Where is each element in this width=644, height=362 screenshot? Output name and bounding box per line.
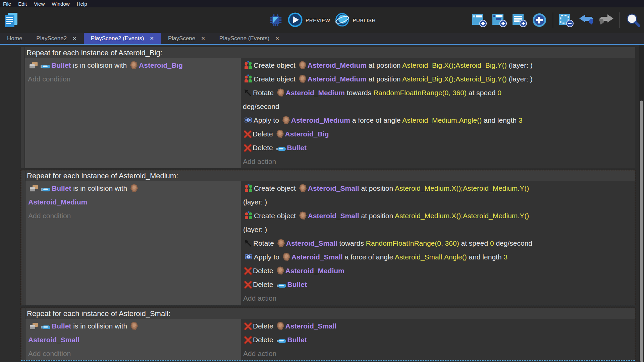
text-segment: and length: [467, 253, 504, 261]
expression: Asteroid_Big.X();Asteroid_Big.Y(): [402, 75, 507, 83]
action-row[interactable]: Create object Asteroid_Small at position…: [243, 181, 635, 209]
publish-button[interactable]: PUBLISH: [335, 12, 376, 28]
create-object-icon: [244, 58, 253, 72]
asteroid-icon: [282, 250, 290, 264]
clear-selection-button[interactable]: [558, 12, 575, 28]
text-segment: Rotate: [253, 239, 276, 247]
event-drag-rail[interactable]: [21, 308, 25, 360]
toolbar-separator: [620, 12, 620, 28]
object-reference: Asteroid_Big: [139, 61, 183, 69]
add-subevent-button[interactable]: [491, 12, 508, 28]
events-sheet: Repeat for each instance of Asteroid_Big…: [0, 45, 644, 362]
tab-close-icon[interactable]: ✕: [72, 36, 77, 42]
event-header[interactable]: Repeat for each instance of Asteroid_Big…: [25, 47, 635, 58]
add-action-button[interactable]: Add action: [243, 347, 635, 360]
text-segment: Create object: [254, 212, 298, 220]
condition-row[interactable]: Bullet is in collision with Asteroid_Big: [28, 58, 241, 72]
asteroid-icon: [299, 58, 307, 72]
scrollbar-thumb[interactable]: [640, 101, 643, 362]
object-reference: Asteroid_Medium: [291, 116, 350, 124]
asteroid-icon: [276, 264, 284, 278]
action-row[interactable]: Rotate Asteroid_Small towards RandomFloa…: [243, 236, 635, 250]
asteroid-icon: [276, 127, 284, 141]
delete-icon: [244, 333, 252, 347]
event-block[interactable]: Repeat for each instance of Asteroid_Big…: [21, 47, 635, 168]
text-segment: at position: [359, 212, 395, 220]
asteroid-icon: [276, 319, 284, 333]
action-row[interactable]: Delete Asteroid_Big: [243, 127, 635, 141]
publish-label: PUBLISH: [353, 17, 376, 23]
add-condition-button[interactable]: Add condition: [28, 347, 241, 360]
object-reference: Bullet: [287, 336, 307, 344]
actions-panel: Create object Asteroid_Small at position…: [241, 181, 635, 305]
tab-playscene2-events[interactable]: PlayScene2 (Events) ✕: [84, 33, 161, 44]
add-comment-button[interactable]: [511, 12, 528, 28]
add-event-button[interactable]: [471, 12, 488, 28]
search-button[interactable]: [625, 12, 641, 28]
add-other-event-button[interactable]: [531, 12, 548, 28]
tab-playscene-events[interactable]: PlayScene (Events) ✕: [212, 33, 286, 44]
tab-home[interactable]: Home: [0, 33, 29, 44]
add-condition-button[interactable]: Add condition: [28, 209, 241, 223]
action-row[interactable]: Apply to Asteroid_Small a force of angle…: [243, 250, 635, 264]
expression: Asteroid_Medium.X();Asteroid_Medium.Y(): [395, 184, 529, 192]
tab-playscene[interactable]: PlayScene ✕: [161, 33, 212, 44]
menu-item-view[interactable]: View: [34, 1, 45, 7]
undo-button[interactable]: [578, 12, 595, 28]
action-row[interactable]: Apply to Asteroid_Medium a force of angl…: [243, 113, 635, 127]
collision-icon: [29, 181, 39, 195]
redo-button[interactable]: [598, 12, 615, 28]
action-row[interactable]: Create object Asteroid_Medium at positio…: [243, 58, 635, 72]
delete-icon: [244, 278, 252, 291]
action-row[interactable]: Delete Asteroid_Medium: [243, 264, 635, 278]
debugger-button[interactable]: [268, 13, 283, 27]
event-block[interactable]: Repeat for each instance of Asteroid_Med…: [21, 170, 635, 305]
action-row[interactable]: Delete Bullet: [243, 333, 635, 347]
action-row[interactable]: Delete Bullet: [243, 141, 635, 155]
event-drag-rail[interactable]: [21, 47, 24, 168]
tab-close-icon[interactable]: ✕: [201, 36, 205, 42]
text-segment: (layer: ): [243, 226, 267, 233]
search-icon: [625, 13, 641, 27]
expression: Asteroid_Medium.X();Asteroid_Medium.Y(): [395, 212, 529, 220]
tab-playscene2[interactable]: PlayScene2 ✕: [29, 33, 84, 44]
action-row[interactable]: Create object Asteroid_Medium at positio…: [243, 72, 635, 86]
rotate-icon: [244, 86, 252, 100]
delete-icon: [244, 127, 252, 141]
text-segment: at speed: [459, 239, 490, 247]
event-block[interactable]: Repeat for each instance of Asteroid_Sma…: [21, 308, 635, 361]
debugger-icon: [269, 13, 282, 27]
action-row[interactable]: Rotate Asteroid_Medium towards RandomFlo…: [243, 86, 635, 113]
create-object-icon: [244, 209, 253, 223]
asteroid-icon: [282, 113, 290, 127]
event-drag-rail[interactable]: [21, 170, 25, 305]
add-action-button[interactable]: Add action: [243, 291, 635, 305]
object-reference: Asteroid_Medium: [28, 198, 87, 206]
add-condition-button[interactable]: Add condition: [28, 72, 241, 86]
vertical-scrollbar[interactable]: [639, 45, 644, 362]
action-row[interactable]: Delete Asteroid_Small: [243, 319, 635, 333]
project-manager-button[interactable]: [3, 11, 19, 29]
add-action-button[interactable]: Add action: [243, 155, 635, 168]
preview-button[interactable]: PREVIEW: [288, 12, 330, 28]
menu-item-help[interactable]: Help: [77, 1, 87, 7]
add-subevent-icon: [492, 13, 507, 27]
action-row[interactable]: Delete Bullet: [243, 278, 635, 291]
tab-close-icon[interactable]: ✕: [150, 36, 154, 42]
action-row[interactable]: Create object Asteroid_Small at position…: [243, 209, 635, 236]
toolbar-right-group: [471, 12, 641, 28]
condition-row[interactable]: Bullet is in collision with Asteroid_Med…: [28, 181, 241, 209]
project-manager-icon: [3, 12, 19, 28]
text-segment: Create object: [254, 61, 298, 69]
text-segment: at position: [367, 75, 402, 83]
actions-panel: Create object Asteroid_Medium at positio…: [241, 58, 635, 168]
tab-close-icon[interactable]: ✕: [275, 36, 279, 42]
event-header[interactable]: Repeat for each instance of Asteroid_Med…: [25, 170, 635, 181]
condition-row[interactable]: Bullet is in collision with Asteroid_Sma…: [28, 319, 241, 347]
text-segment: and length: [482, 116, 519, 124]
event-header[interactable]: Repeat for each instance of Asteroid_Sma…: [25, 308, 635, 319]
menu-item-file[interactable]: File: [3, 1, 11, 7]
menu-item-edit[interactable]: Edit: [18, 1, 27, 7]
asteroid-icon: [130, 181, 138, 195]
menu-item-window[interactable]: Window: [52, 1, 69, 7]
